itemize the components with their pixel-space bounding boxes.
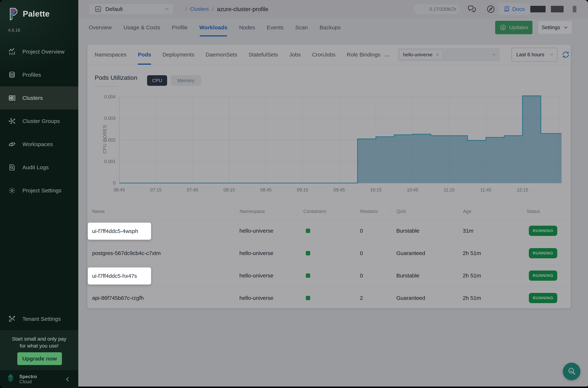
tab-usage-costs[interactable]: Usage & Costs [123,18,160,36]
docs-button[interactable]: Docs [498,3,530,15]
x-tick: 07:45 [180,187,205,193]
tag-remove-icon[interactable] [435,52,440,57]
subtab-statefulsets[interactable]: StatefulSets [249,45,278,65]
sidebar-collapse-icon[interactable] [65,376,71,382]
y-tick: 0.004 [90,94,116,99]
subtab-role-bindings[interactable]: Role Bindings [347,45,381,65]
tab-nodes[interactable]: Nodes [239,18,255,36]
x-tick: 11:15 [436,187,462,193]
namespace-filter-select[interactable]: hello-universe [398,48,500,61]
table-row-postgres-567dc9cb4c-c7xtm[interactable]: postgres-567dc9cb4c-c7xtmhello-universe0… [87,242,571,265]
status-badge: RUNNING [529,293,557,303]
tabs-overflow-button[interactable]: ... [384,45,390,64]
namespace-filter-tag: hello-universe [400,50,443,60]
promo-text-line1: Start small and only pay [0,336,78,342]
sidebar-item-cluster-groups[interactable]: Cluster Groups [0,109,78,133]
pod-namespace: hello-universe [235,242,298,264]
highlighted-pod-name[interactable]: ui-f7ff4ddc5-hx47s [88,267,151,285]
refresh-icon[interactable] [562,51,570,59]
subtab-namespaces[interactable]: Namespaces [95,45,127,65]
tab-overview[interactable]: Overview [89,18,112,36]
tab-profile[interactable]: Profile [172,18,187,36]
chart-icon [8,48,16,56]
column-header-status: Status [522,207,571,215]
brand-logo: Palette [8,7,50,20]
pod-name[interactable]: postgres-567dc9cb4c-c7xtm [87,242,235,264]
subtab-cronjobs[interactable]: CronJobs [312,45,335,65]
pod-restarts: 2 [349,287,392,309]
sidebar-item-label: Tenant Settings [23,316,61,322]
sidebar-item-clusters[interactable]: Clusters [0,86,78,109]
x-tick: 09:45 [326,187,352,193]
tools-icon [8,315,16,323]
pod-containers [298,242,349,264]
sidebar-item-label: Cluster Groups [23,118,60,124]
help-search-fab[interactable] [563,363,580,380]
sidebar-item-project-overview[interactable]: Project Overview [0,40,78,63]
tab-events[interactable]: Events [267,18,284,36]
tab-scan[interactable]: Scan [295,18,308,36]
column-header-age: Age [452,207,522,215]
table-row-ui-f7ff4ddc5-hx47s[interactable]: ui-f7ff4ddc5-hx47shello-universe0Burstab… [87,265,571,287]
sidebar-item-project-settings[interactable]: Project Settings [0,179,78,202]
pod-namespace: hello-universe [235,220,298,242]
pod-qos: Guaranteed [392,287,452,309]
y-tick: 0.003 [90,116,116,121]
breadcrumb-current: azure-cluster-profile [217,6,268,13]
column-header-restarts: Restarts [349,207,392,215]
pod-restarts: 0 [349,265,392,287]
app-version: 4.6.18 [8,28,20,33]
cpu-toggle-button[interactable]: CPU [147,75,167,86]
breadcrumb-clusters-link[interactable]: Clusters [190,6,209,12]
pod-restarts: 0 [349,220,392,242]
time-range-select[interactable]: Last 6 hours [512,48,557,62]
chart-title: Pods Utilization [95,74,137,81]
layers-icon [8,71,16,79]
updates-button[interactable]: Updates [495,21,532,34]
pod-qos: Guaranteed [392,242,452,264]
sidebar-item-profiles[interactable]: Profiles [0,63,78,86]
memory-toggle-button[interactable]: Memory [171,75,201,86]
palette-logo-icon [8,7,19,20]
highlighted-pod-name[interactable]: ui-f7ff4ddc5-4wsph [88,223,151,240]
tab-workloads[interactable]: Workloads [199,18,227,36]
subtab-deployments[interactable]: Deployments [162,45,194,65]
project-selector[interactable]: Default [89,4,173,15]
sidebar-item-audit-logs[interactable]: Audit Logs [0,156,78,179]
upgrade-now-button[interactable]: Upgrade now [17,352,62,365]
pod-age: 2h 51m [452,265,522,287]
usage-credits-pill[interactable]: 0.17/100kCh [413,4,460,14]
sidebar-item-workspaces[interactable]: Workspaces [0,133,78,156]
search-smile-icon [566,366,577,377]
x-tick: 08:15 [216,187,242,193]
table-row-api-86f745b67c-rzgfh[interactable]: api-86f745b67c-rzgfhhello-universe2Guara… [87,287,571,309]
pod-age: 31m [452,220,522,242]
pod-containers [298,265,349,287]
subtab-daemonsets[interactable]: DaemonSets [206,45,237,65]
status-badge: RUNNING [529,248,557,258]
sidebar-item-tenant-settings[interactable]: Tenant Settings [0,307,78,330]
cluster-tabs-row: OverviewUsage & CostsProfileWorkloadsNod… [78,18,588,36]
content-pane: NamespacesPodsDeploymentsDaemonSetsState… [78,36,588,387]
window-bottom-edge [78,387,588,388]
clusters-icon [8,94,16,102]
y-tick: 0.001 [90,159,116,164]
sidebar-item-label: Workspaces [23,141,53,147]
table-row-ui-f7ff4ddc5-4wsph[interactable]: ui-f7ff4ddc5-4wsphhello-universe0Burstab… [87,220,571,242]
pod-containers [298,220,349,242]
status-badge: RUNNING [529,270,557,281]
subtab-jobs[interactable]: Jobs [289,45,301,65]
tab-backups[interactable]: Backups [319,18,340,36]
pod-name[interactable]: api-86f745b67c-rzgfh [87,287,235,309]
subtab-pods[interactable]: Pods [138,45,151,65]
chevron-down-icon [491,52,497,57]
feedback-chat-icon[interactable] [467,4,476,14]
settings-button[interactable]: Settings [538,21,572,34]
sidebar-item-label: Project Overview [23,49,65,55]
redacted-username [530,6,545,12]
chart-title-underline [95,86,118,87]
x-tick: 08:45 [253,187,279,193]
pod-age: 2h 51m [452,242,522,264]
redacted-avatar [573,6,576,12]
explore-compass-icon[interactable] [486,4,496,14]
